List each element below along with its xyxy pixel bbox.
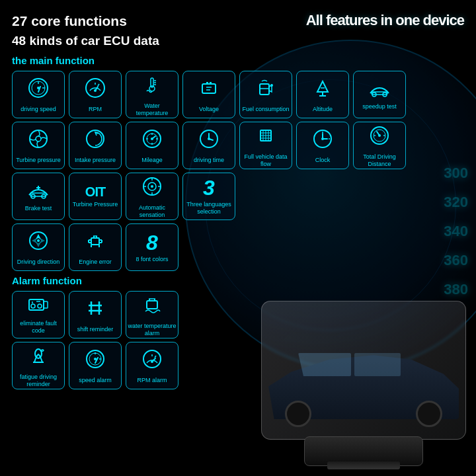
- svg-point-41: [151, 138, 153, 140]
- svg-point-72: [151, 185, 153, 188]
- clock-icon: [311, 127, 335, 154]
- auto-sensation-icon: [140, 175, 164, 202]
- svg-rect-105: [147, 301, 157, 309]
- svg-rect-17: [206, 82, 208, 84]
- fault-code-label: eliminate fault code: [13, 320, 64, 335]
- water-alarm-label: water temperature alarm: [126, 323, 178, 337]
- icon-mileage: Mileage: [126, 122, 178, 169]
- svg-rect-16: [202, 84, 216, 93]
- rpm-label: RPM: [87, 106, 103, 113]
- svg-point-45: [208, 138, 210, 140]
- main-icons-row2: Turbine pressure Intake pressure: [12, 122, 464, 169]
- oit-symbol: OIT: [85, 185, 105, 198]
- icon-rpm: RPM: [69, 71, 122, 118]
- three-lang-symbol: 3: [203, 177, 215, 198]
- core-functions-title: 27 core functions 48 kinds of car ECU da…: [12, 12, 159, 50]
- alarm-icons-row1: eliminate fault code shift reminder: [12, 291, 464, 338]
- icon-speedup: speedup test: [353, 71, 406, 118]
- total-distance-label: Total Driving Distance: [354, 153, 405, 168]
- altitude-label: Altitude: [311, 106, 334, 113]
- intake-label: Intake pressure: [73, 157, 117, 164]
- mileage-label: Mileage: [140, 157, 164, 164]
- driving-dir-icon: [26, 229, 50, 256]
- svg-point-121: [151, 360, 153, 363]
- icon-font-colors: 8 8 font colors: [126, 223, 178, 271]
- water-temp-icon: [140, 73, 164, 100]
- icon-water-alarm: water temperature alarm: [126, 291, 178, 338]
- icon-fault-code: eliminate fault code: [12, 291, 65, 338]
- icon-brake: Brake test: [12, 173, 65, 220]
- auto-sensation-label: Automatic sensation: [126, 204, 178, 219]
- speed-alarm-label: speed alarm: [77, 377, 113, 384]
- main-icons-row3: Brake test OIT Turbine Pressure Automati…: [12, 173, 464, 220]
- font-colors-label: 8 font colors: [134, 256, 169, 263]
- main-icons-row1: driving speed RPM: [12, 71, 464, 118]
- voltage-icon: [197, 76, 221, 103]
- icon-three-lang: 3 Three languages selection: [182, 173, 235, 220]
- font-colors-symbol: 8: [146, 232, 158, 253]
- speedup-label: speedup test: [361, 103, 398, 110]
- alarm-section-title: Alarm function: [12, 275, 464, 286]
- intake-icon: [83, 127, 107, 154]
- icon-driving-dir: Driving direction: [12, 223, 65, 271]
- icon-fatigue: fatigue driving reminder: [12, 342, 65, 389]
- svg-line-119: [155, 356, 156, 358]
- svg-rect-18: [210, 82, 212, 84]
- icon-water-temp: Water temperature: [126, 71, 178, 118]
- fault-code-icon: [26, 296, 50, 317]
- altitude-icon: [311, 76, 335, 103]
- icon-vehicle-data: Full vehicle data flow: [239, 122, 292, 169]
- fuel-label: Fuel consumption: [241, 106, 290, 113]
- three-lang-label: Three languages selection: [183, 201, 235, 216]
- rpm-alarm-icon: [140, 347, 164, 374]
- svg-point-98: [38, 304, 42, 308]
- shift-label: shift reminder: [76, 326, 115, 333]
- icon-engine-error: Engine error: [69, 223, 122, 271]
- driving-time-icon: [197, 127, 221, 154]
- icon-speed-alarm: speed alarm: [69, 342, 122, 389]
- icon-auto-sensation: Automatic sensation: [126, 173, 178, 220]
- alarm-section: Alarm function eliminate fault code: [12, 275, 464, 389]
- vehicle-data-label: Full vehicle data flow: [240, 153, 292, 168]
- total-distance-icon: [368, 124, 391, 151]
- water-alarm-icon: [140, 293, 164, 320]
- brake-icon: [26, 180, 50, 202]
- driving-dir-label: Driving direction: [16, 258, 61, 266]
- header-right: All features in one device: [306, 12, 464, 28]
- rpm-alarm-label: RPM alarm: [136, 377, 168, 384]
- svg-point-12: [149, 86, 155, 91]
- driving-speed-label: driving speed: [19, 106, 58, 113]
- icon-voltage: Voltage: [182, 71, 235, 118]
- fuel-icon: [254, 76, 278, 103]
- icon-altitude: Altitude: [296, 71, 349, 118]
- driving-time-label: driving time: [192, 157, 225, 164]
- svg-point-5: [37, 87, 40, 89]
- mileage-icon: [140, 127, 164, 154]
- svg-point-117: [143, 350, 161, 368]
- svg-line-8: [98, 84, 99, 86]
- icon-shift: shift reminder: [69, 291, 122, 338]
- vehicle-data-icon: [254, 124, 278, 151]
- brake-label: Brake test: [24, 205, 54, 212]
- clock-label: Clock: [314, 157, 332, 164]
- turbine-label: Turbine pressure: [15, 157, 62, 164]
- svg-point-82: [37, 239, 40, 242]
- engine-error-label: Engine error: [77, 258, 113, 266]
- driving-speed-icon: [26, 76, 50, 103]
- main-icons-row4: Driving direction E: [12, 223, 464, 271]
- icon-turbine: Turbine pressure: [12, 122, 65, 169]
- water-temp-label: Water temperature: [126, 102, 178, 117]
- icon-rpm-alarm: RPM alarm: [126, 342, 178, 389]
- icon-driving-speed: driving speed: [12, 71, 65, 118]
- svg-point-56: [321, 138, 324, 140]
- svg-marker-24: [317, 81, 328, 92]
- tagline: All features in one device: [306, 12, 464, 28]
- shift-icon: [83, 296, 107, 323]
- svg-marker-81: [32, 238, 37, 243]
- icon-oit: OIT Turbine Pressure: [69, 173, 122, 220]
- turbine-icon: [26, 127, 50, 154]
- svg-rect-21: [260, 84, 269, 95]
- svg-point-23: [270, 84, 273, 87]
- speedup-icon: [368, 79, 391, 100]
- main-section-title: the main function: [12, 55, 464, 66]
